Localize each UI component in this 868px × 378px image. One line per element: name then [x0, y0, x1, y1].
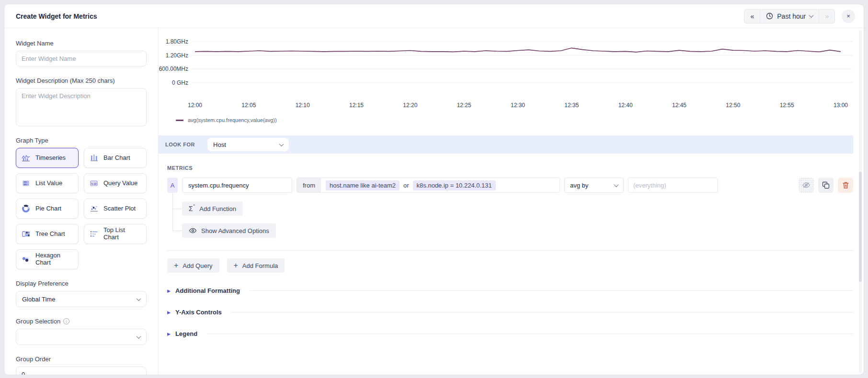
- scrollbar-thumb[interactable]: [859, 172, 862, 282]
- widget-description-label: Widget Description (Max 250 chars): [16, 77, 147, 84]
- graph-type-query-value[interactable]: 5.12 Query Value: [84, 173, 147, 193]
- filter-operator: or: [403, 182, 409, 189]
- y-tick-label: 0 GHz: [172, 79, 188, 86]
- widget-description-group: Widget Description (Max 250 chars): [16, 77, 147, 126]
- plus-icon: +: [174, 262, 178, 269]
- show-advanced-row: Show Advanced Options: [172, 223, 853, 238]
- legend-series-swatch: [176, 120, 183, 121]
- section-title: Legend: [175, 330, 197, 337]
- display-preference-select[interactable]: Global Time: [16, 291, 147, 307]
- top-list-chart-icon: [89, 229, 99, 239]
- display-preference-label: Display Preference: [16, 280, 147, 287]
- aggregation-select[interactable]: avg by: [564, 178, 624, 193]
- chart-y-axis: 1.80GHz1.20GHz600.00MHz0 GHz: [159, 37, 192, 99]
- graph-type-group: Graph Type Timeseries: [16, 137, 147, 269]
- config-sidebar: Widget Name Widget Description (Max 250 …: [4, 28, 159, 375]
- add-function-button[interactable]: Σ+ Add Function: [182, 201, 243, 216]
- section-divider: [207, 334, 853, 334]
- collapse-arrow-icon: ▶: [167, 289, 171, 293]
- graph-type-list-value[interactable]: List Value: [16, 173, 79, 193]
- group-order-group: Group Order: [16, 356, 147, 375]
- eye-icon: [189, 228, 197, 233]
- hide-query-button[interactable]: [799, 178, 814, 193]
- section-divider: [231, 312, 853, 312]
- x-tick-label: 12:50: [726, 102, 740, 109]
- graph-type-option-label: Top List Chart: [103, 227, 141, 241]
- legend-series-name: avg(system.cpu.frequency,value(avg)): [188, 117, 277, 123]
- bar-chart-icon: [89, 153, 99, 163]
- list-value-icon: [21, 178, 31, 188]
- time-range-label: Past hour: [777, 12, 806, 20]
- graph-type-timeseries[interactable]: Timeseries: [16, 148, 79, 168]
- section-legend[interactable]: ▶ Legend: [167, 330, 853, 337]
- aggregation-value: avg by: [570, 182, 588, 189]
- duplicate-query-button[interactable]: [818, 178, 834, 193]
- filter-from-label: from: [297, 178, 321, 192]
- graph-type-label: Graph Type: [16, 137, 147, 144]
- metric-filter-input[interactable]: from host.name like ai-team2 or k8s.node…: [297, 178, 560, 193]
- info-icon: i: [63, 318, 69, 324]
- graph-type-option-label: Timeseries: [35, 155, 66, 162]
- x-tick-label: 12:00: [188, 102, 202, 109]
- x-tick-label: 12:15: [349, 102, 364, 109]
- group-selection-select[interactable]: [16, 329, 147, 345]
- svg-text:5.12: 5.12: [91, 182, 97, 185]
- show-advanced-options-button[interactable]: Show Advanced Options: [182, 223, 276, 238]
- graph-type-tree-chart[interactable]: Tree Chart: [16, 224, 79, 244]
- time-prev-button[interactable]: «: [744, 10, 760, 23]
- collapse-arrow-icon: ▶: [167, 310, 171, 315]
- graph-type-top-list-chart[interactable]: Top List Chart: [84, 224, 147, 244]
- add-formula-label: Add Formula: [242, 262, 278, 269]
- clock-icon: [766, 12, 773, 20]
- widget-name-input[interactable]: [16, 51, 147, 67]
- graph-type-grid: Timeseries Bar Chart: [16, 148, 147, 269]
- graph-type-pie-chart[interactable]: Pie Chart: [16, 199, 79, 219]
- graph-type-bar-chart[interactable]: Bar Chart: [84, 148, 147, 168]
- chevron-down-icon: [137, 334, 141, 339]
- x-tick-label: 12:45: [672, 102, 686, 109]
- y-tick-label: 1.80GHz: [166, 38, 188, 45]
- graph-type-option-label: Bar Chart: [103, 155, 130, 162]
- add-function-label: Add Function: [199, 205, 236, 212]
- display-preference-value: Global Time: [22, 296, 55, 303]
- double-chevron-right-icon: »: [825, 12, 829, 20]
- filter-tag[interactable]: host.name like ai-team2: [326, 180, 400, 190]
- group-order-input[interactable]: [16, 367, 147, 375]
- section-y-axis-controls[interactable]: ▶ Y-Axis Controls: [167, 309, 853, 316]
- chevron-down-icon: [279, 142, 284, 146]
- add-formula-button[interactable]: + Add Formula: [227, 258, 285, 273]
- time-range-dropdown[interactable]: Past hour: [760, 10, 819, 23]
- timeseries-plot[interactable]: [192, 37, 853, 99]
- show-advanced-options-label: Show Advanced Options: [201, 227, 269, 234]
- look-for-select[interactable]: Host: [207, 138, 289, 151]
- add-query-label: Add Query: [183, 262, 212, 269]
- tree-chart-icon: [21, 229, 31, 239]
- timeseries-icon: [21, 153, 31, 163]
- widget-name-group: Widget Name: [16, 40, 147, 67]
- delete-query-button[interactable]: [838, 178, 853, 193]
- group-order-label: Group Order: [16, 356, 147, 363]
- x-tick-label: 13:00: [834, 102, 848, 109]
- metrics-section-label: METRICS: [167, 165, 853, 171]
- query-letter-badge: A: [167, 178, 178, 193]
- filter-tag[interactable]: k8s.node.ip = 10.224.0.131: [413, 180, 496, 190]
- close-icon: ×: [846, 12, 850, 20]
- y-tick-label: 1.20GHz: [166, 52, 188, 59]
- trash-icon: [842, 181, 849, 189]
- chart-legend[interactable]: avg(system.cpu.frequency,value(avg)): [176, 117, 853, 123]
- metric-name-input[interactable]: [182, 178, 292, 193]
- x-tick-label: 12:40: [618, 102, 633, 109]
- group-by-input[interactable]: [628, 178, 718, 193]
- graph-type-scatter-plot[interactable]: Scatter Plot: [84, 199, 147, 219]
- add-query-button[interactable]: + Add Query: [167, 258, 219, 273]
- add-query-formula-row: + Add Query + Add Formula: [167, 258, 853, 273]
- section-additional-formatting[interactable]: ▶ Additional Formatting: [167, 287, 853, 294]
- graph-type-hexagon-chart[interactable]: Hexagon Chart: [16, 249, 79, 269]
- widget-description-input[interactable]: [16, 88, 147, 126]
- page-background: Create Widget for Metrics « Past hour »: [0, 0, 868, 378]
- graph-type-option-label: Pie Chart: [35, 205, 61, 212]
- x-tick-label: 12:20: [403, 102, 417, 109]
- collapse-arrow-icon: ▶: [167, 332, 171, 336]
- time-next-button[interactable]: »: [819, 10, 834, 23]
- close-button[interactable]: ×: [842, 10, 855, 23]
